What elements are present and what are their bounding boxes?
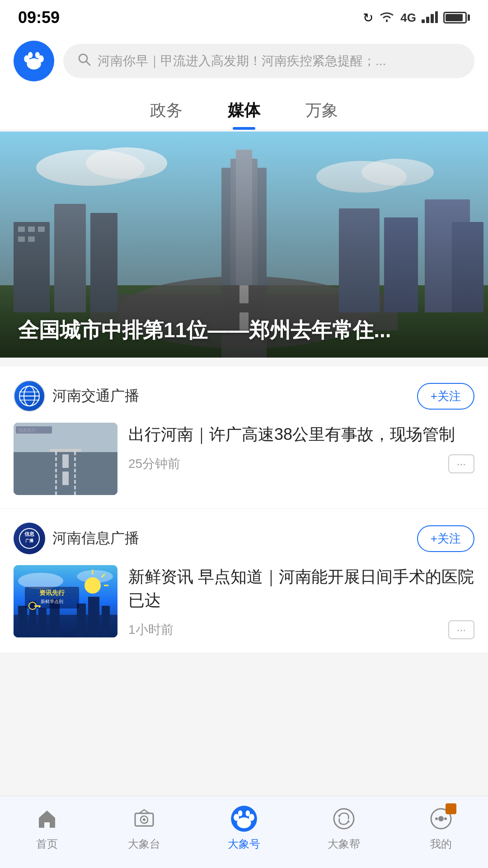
svg-text:新鲜早点到: 新鲜早点到 (41, 599, 63, 604)
news-source-left-2: 信息 广播 河南信息广播 (14, 523, 139, 554)
nav-daxianghao[interactable]: 大象号 (228, 805, 260, 851)
news-source-row: 河南交通广播 +关注 (14, 380, 474, 412)
sync-icon: ↻ (363, 10, 373, 25)
thumb-road-scene: 信息先行 (14, 423, 117, 495)
news-text-block-2: 新鲜资讯 早点知道｜河南能开展日间手术的医院已达 1小时前 ··· (128, 565, 474, 639)
nav-mine-label: 我的 (430, 837, 452, 851)
svg-rect-47 (50, 449, 81, 452)
news-text-block-1: 出行河南｜许广高速38公里有事故，现场管制 25分钟前 ··· (128, 423, 474, 473)
paw-logo-icon (21, 47, 47, 75)
search-placeholder: 河南你早｜甲流进入高发期！河南疾控紧急提醒；... (98, 52, 386, 70)
svg-point-81 (234, 814, 239, 821)
svg-line-10 (86, 61, 90, 65)
news-item-2[interactable]: 信息 广播 河南信息广播 +关注 (0, 509, 488, 653)
news-content-row: 信息先行 出行河南｜许广高速38公里有事故，现场管制 25分钟前 ··· (14, 423, 474, 509)
nav-home-label: 首页 (36, 837, 58, 851)
hero-banner[interactable]: 全国城市中排第11位——郑州去年常住... (0, 132, 488, 358)
nav-daxiangtai-label: 大象台 (128, 837, 160, 851)
more-btn-2[interactable]: ··· (448, 620, 474, 639)
app-logo[interactable] (14, 41, 54, 81)
svg-rect-61 (38, 608, 47, 637)
signal-icon (422, 10, 438, 25)
svg-rect-0 (422, 19, 425, 23)
news-title-1: 出行河南｜许广高速38公里有事故，现场管制 (128, 423, 474, 446)
road-scene-svg: 信息先行 (14, 423, 117, 495)
svg-rect-48 (62, 454, 69, 468)
info-radio-icon: 信息 广播 (18, 527, 41, 550)
battery-icon (443, 12, 470, 24)
news-thumb-2: 资讯先行 新鲜早点到 (14, 565, 117, 637)
tab-zhengwu[interactable]: 政务 (150, 99, 183, 130)
svg-marker-86 (338, 815, 341, 818)
svg-rect-64 (88, 597, 99, 637)
nav-home[interactable]: 首页 (33, 805, 61, 851)
svg-point-85 (334, 809, 354, 829)
svg-rect-65 (102, 606, 110, 637)
hero-caption-text: 全国城市中排第11位——郑州去年常住... (18, 318, 391, 342)
news-source-left: 河南交通广播 (14, 380, 139, 412)
nav-daxiangbang-label: 大象帮 (328, 837, 360, 851)
svg-point-89 (438, 816, 444, 821)
tv-icon (131, 805, 158, 832)
follow-btn-1[interactable]: +关注 (417, 383, 474, 410)
nav-mine[interactable]: 我的 (427, 805, 455, 851)
svg-point-56 (18, 573, 63, 589)
wifi-icon (379, 10, 395, 25)
source-avatar-info: 信息 广播 (14, 523, 45, 554)
svg-rect-51 (16, 426, 52, 434)
svg-rect-2 (431, 14, 434, 23)
status-bar: 09:59 ↻ 4G (0, 0, 488, 32)
svg-point-82 (249, 814, 254, 821)
tab-wanxiang[interactable]: 万象 (305, 99, 338, 130)
svg-rect-3 (435, 11, 438, 23)
news-title-2: 新鲜资讯 早点知道｜河南能开展日间手术的医院已达 (128, 565, 474, 612)
svg-rect-1 (426, 17, 429, 23)
notification-badge (446, 803, 456, 814)
source-name-1: 河南交通广播 (52, 386, 139, 406)
svg-rect-59 (18, 606, 27, 637)
search-icon (77, 52, 91, 70)
news-item[interactable]: 河南交通广播 +关注 (0, 367, 488, 509)
home-icon (33, 805, 61, 832)
svg-marker-87 (347, 820, 350, 822)
svg-point-83 (238, 810, 243, 816)
news-meta-row-1: 25分钟前 ··· (128, 454, 474, 473)
svg-point-8 (35, 52, 40, 58)
svg-text:资讯先行: 资讯先行 (39, 589, 65, 596)
more-btn-1[interactable]: ··· (448, 454, 474, 473)
svg-point-7 (28, 52, 33, 58)
svg-rect-75 (39, 605, 40, 608)
thumb-info-scene: 资讯先行 新鲜早点到 (14, 565, 117, 637)
svg-point-91 (435, 817, 438, 820)
nav-daxiangtai[interactable]: 大象台 (128, 805, 160, 851)
news-meta-row-2: 1小时前 ··· (128, 620, 474, 639)
nav-daxiangbang[interactable]: 大象帮 (328, 805, 360, 851)
status-time: 09:59 (18, 8, 60, 27)
follow-btn-2[interactable]: +关注 (417, 525, 474, 552)
svg-point-84 (246, 810, 250, 816)
tab-meiti[interactable]: 媒体 (228, 99, 260, 130)
header: 河南你早｜甲流进入高发期！河南疾控紧急提醒；... (0, 32, 488, 90)
svg-text:信息: 信息 (24, 531, 35, 537)
svg-point-80 (237, 817, 251, 828)
svg-point-78 (143, 818, 145, 821)
news-content-row-2: 资讯先行 新鲜早点到 新鲜资讯 早点知道｜河南能开展日间手术的医院已达 1小时前… (14, 565, 474, 653)
news-section: 河南交通广播 +关注 (0, 367, 488, 653)
paw-nav-icon (230, 805, 258, 832)
bottom-nav: 首页 大象台 (0, 796, 488, 868)
4g-icon: 4G (400, 11, 416, 25)
help-icon (330, 805, 357, 832)
svg-point-90 (444, 817, 447, 820)
traffic-radio-icon (18, 384, 41, 408)
info-scene-svg: 资讯先行 新鲜早点到 (14, 565, 117, 637)
svg-rect-45 (14, 450, 117, 495)
source-avatar-traffic (14, 380, 45, 412)
news-thumb-1: 信息先行 (14, 423, 117, 495)
status-icons: ↻ 4G (363, 10, 470, 25)
search-bar[interactable]: 河南你早｜甲流进入高发期！河南疾控紧急提醒；... (63, 44, 474, 78)
svg-rect-63 (77, 604, 86, 637)
news-source-row-2: 信息 广播 河南信息广播 +关注 (14, 523, 474, 554)
news-time-2: 1小时前 (128, 621, 174, 638)
source-name-2: 河南信息广播 (52, 528, 139, 548)
profile-icon (427, 805, 455, 832)
